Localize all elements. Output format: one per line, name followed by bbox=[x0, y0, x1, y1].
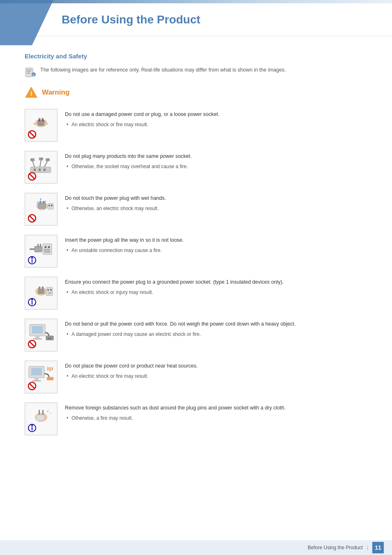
item-sub-text-3: Otherwise, an electric shock may result. bbox=[65, 205, 367, 212]
item-sub-text-6: A damaged power cord may cause an electr… bbox=[65, 331, 367, 338]
svg-rect-36 bbox=[38, 204, 46, 208]
item-sub-text-8: Otherwise, a fire may result. bbox=[65, 414, 367, 422]
item-text-2: Do not plug many products into the same … bbox=[65, 151, 367, 170]
svg-rect-84 bbox=[47, 377, 53, 380]
item-text-4: Insert the power plug all the way in so … bbox=[65, 235, 367, 254]
svg-rect-1 bbox=[27, 69, 32, 70]
item-sub-text-5: An electric shock or injury may result. bbox=[65, 289, 367, 296]
warning-item: Insert the power plug all the way in so … bbox=[25, 235, 367, 268]
svg-point-47 bbox=[45, 246, 47, 248]
item-icon-wet-hands bbox=[25, 193, 58, 226]
warning-item: ≡≡ Do not bend or pull the power cord wi… bbox=[25, 319, 367, 352]
svg-rect-73 bbox=[35, 336, 39, 338]
note-icon: i bbox=[25, 66, 36, 78]
warning-items-list: Do not use a damaged power cord or plug,… bbox=[25, 109, 367, 435]
footer-text: Before Using the Product bbox=[308, 545, 363, 550]
warning-block: ! Warning bbox=[25, 86, 367, 99]
left-accent bbox=[0, 0, 53, 45]
warning-label: Warning bbox=[42, 88, 69, 97]
warning-item: Do not place the power cord or product n… bbox=[25, 361, 367, 393]
page-title-area: Before Using the Product bbox=[0, 3, 392, 36]
item-icon-clean-plug bbox=[25, 402, 58, 435]
svg-point-64 bbox=[47, 289, 49, 291]
warning-item: Do not plug many products into the same … bbox=[25, 151, 367, 184]
warning-triangle-icon: ! bbox=[25, 86, 38, 99]
svg-text:!: ! bbox=[30, 90, 32, 97]
footer-divider: | bbox=[367, 545, 368, 550]
item-sub-text-1: An electric shock or fire may result. bbox=[65, 121, 367, 128]
svg-point-92 bbox=[47, 411, 48, 412]
page-title: Before Using the Product bbox=[62, 13, 201, 26]
item-main-text-3: Do not touch the power plug with wet han… bbox=[65, 194, 367, 202]
note-text: The following images are for reference o… bbox=[40, 66, 286, 74]
svg-rect-23 bbox=[44, 169, 46, 171]
footer-page-number: 11 bbox=[372, 542, 384, 553]
item-text-5: Ensure you connect the power plug to a g… bbox=[65, 277, 367, 296]
warning-item: Remove foreign substances such as dust a… bbox=[25, 402, 367, 435]
svg-rect-28 bbox=[39, 157, 43, 160]
warning-item: Do not touch the power plug with wet han… bbox=[25, 193, 367, 226]
svg-rect-81 bbox=[31, 368, 42, 375]
svg-rect-21 bbox=[34, 169, 36, 171]
item-sub-text-7: An electric shock or fire may result. bbox=[65, 372, 367, 380]
item-main-text-7: Do not place the power cord or product n… bbox=[65, 362, 367, 370]
svg-rect-2 bbox=[27, 71, 31, 72]
svg-rect-66 bbox=[48, 292, 51, 294]
svg-point-96 bbox=[31, 425, 33, 426]
svg-rect-40 bbox=[48, 204, 53, 209]
item-main-text-8: Remove foreign substances such as dust a… bbox=[65, 404, 367, 412]
svg-rect-62 bbox=[38, 289, 44, 294]
svg-text:i: i bbox=[33, 73, 34, 77]
svg-point-13 bbox=[33, 123, 37, 125]
item-icon-grounded bbox=[25, 277, 58, 310]
item-icon-heat bbox=[25, 361, 58, 393]
svg-rect-49 bbox=[44, 249, 50, 252]
svg-rect-22 bbox=[39, 169, 41, 171]
svg-rect-63 bbox=[46, 287, 53, 296]
svg-rect-89 bbox=[36, 415, 44, 421]
svg-text:≡≡: ≡≡ bbox=[48, 337, 52, 340]
item-sub-text-2: Otherwise, the socket may overheat and c… bbox=[65, 163, 367, 170]
item-text-7: Do not place the power cord or product n… bbox=[65, 361, 367, 380]
item-text-1: Do not use a damaged power cord or plug,… bbox=[65, 109, 367, 128]
svg-point-93 bbox=[50, 413, 51, 414]
svg-rect-50 bbox=[35, 246, 42, 252]
main-content: Electricity and Safety i The following i… bbox=[0, 36, 392, 460]
svg-point-48 bbox=[48, 246, 50, 248]
svg-rect-82 bbox=[35, 378, 39, 380]
svg-rect-83 bbox=[32, 380, 41, 382]
item-main-text-5: Ensure you connect the power plug to a g… bbox=[65, 278, 367, 286]
note-block: i The following images are for reference… bbox=[25, 66, 367, 78]
item-icon-plug-insert bbox=[25, 235, 58, 268]
svg-point-41 bbox=[48, 205, 50, 206]
top-bar bbox=[0, 0, 392, 3]
warning-item: Do not use a damaged power cord or plug,… bbox=[25, 109, 367, 142]
svg-point-14 bbox=[44, 123, 48, 125]
svg-rect-0 bbox=[25, 68, 33, 77]
svg-rect-3 bbox=[27, 73, 30, 74]
svg-rect-90 bbox=[39, 410, 40, 415]
svg-rect-91 bbox=[42, 410, 44, 415]
section-heading: Electricity and Safety bbox=[25, 53, 367, 60]
item-text-6: Do not bend or pull the power cord with … bbox=[65, 319, 367, 338]
svg-point-55 bbox=[31, 257, 33, 259]
svg-point-38 bbox=[44, 201, 46, 203]
item-main-text-2: Do not plug many products into the same … bbox=[65, 153, 367, 160]
item-text-8: Remove foreign substances such as dust a… bbox=[65, 402, 367, 422]
item-icon-multi-plug bbox=[25, 151, 58, 184]
item-icon-cord-weight: ≡≡ bbox=[25, 319, 58, 352]
svg-point-65 bbox=[50, 289, 52, 291]
item-main-text-4: Insert the power plug all the way in so … bbox=[65, 236, 367, 244]
item-icon-plug-damaged bbox=[25, 109, 58, 142]
page-footer: Before Using the Product | 11 bbox=[0, 540, 392, 555]
warning-item: Ensure you connect the power plug to a g… bbox=[25, 277, 367, 310]
item-sub-text-4: An unstable connection may cause a fire. bbox=[65, 247, 367, 254]
svg-point-68 bbox=[31, 299, 33, 301]
svg-rect-74 bbox=[33, 338, 42, 340]
svg-rect-52 bbox=[40, 244, 41, 247]
svg-point-39 bbox=[40, 198, 42, 201]
svg-rect-51 bbox=[37, 244, 39, 247]
svg-rect-72 bbox=[32, 326, 43, 333]
svg-rect-27 bbox=[30, 158, 35, 161]
svg-point-37 bbox=[37, 201, 39, 204]
